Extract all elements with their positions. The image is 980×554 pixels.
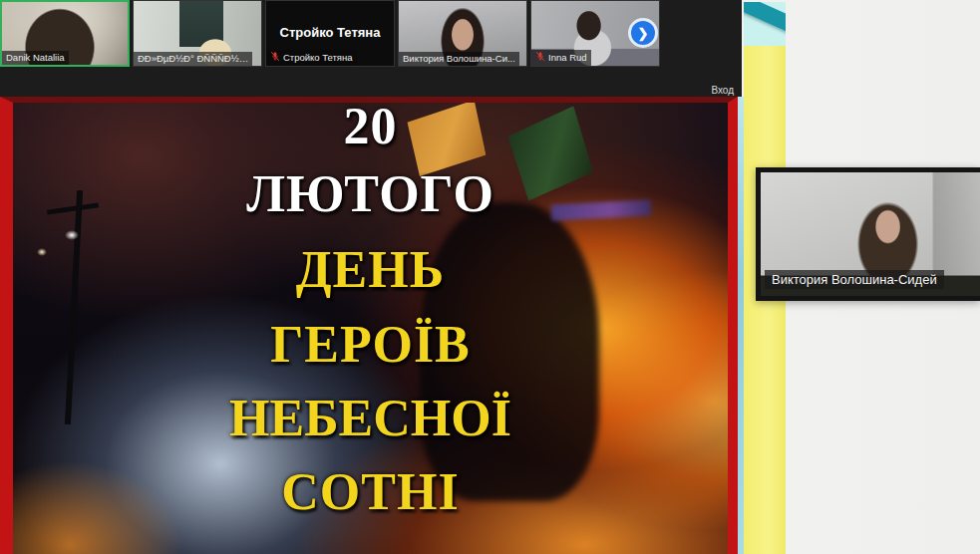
muted-mic-icon [535, 51, 545, 65]
slide-line-date: 20 [13, 97, 728, 155]
floating-video-viktoria[interactable]: Виктория Волошина-Сидей [756, 167, 980, 301]
participant-name: Стройко Тетяна [283, 52, 353, 64]
next-participants-button[interactable]: ❯ [631, 21, 655, 45]
slide-line-heroiv: ГЕРОЇВ [13, 315, 728, 374]
slide-line-month: ЛЮТОГО [13, 164, 728, 223]
muted-mic-icon [270, 51, 280, 65]
participant-name-badge: Виктория Волошина-Си... [399, 52, 519, 66]
participants-strip: Danik Nataliia ÐÐ»ÐµÐ½Ð° ÐÑÑÑÐ½… Стройко… [0, 0, 742, 97]
slide-line-sotni: СОТНІ [13, 462, 728, 521]
participant-name-badge: Danik Nataliia [2, 51, 69, 65]
video-tile-stroiko-tetiana[interactable]: Стройко Тетяна Стройко Тетяна [265, 0, 395, 67]
shared-screen-slide: 20 ЛЮТОГО ДЕНЬ ГЕРОЇВ НЕБЕСНОЇ СОТНІ [0, 97, 738, 554]
participant-display-name: Стройко Тетяна [266, 25, 394, 40]
teal-corner-decoration [744, 2, 786, 46]
chevron-right-icon: ❯ [638, 26, 649, 41]
video-tile-danik-nataliia[interactable]: Danik Nataliia [0, 0, 130, 67]
slide-line-nebesnoi: НЕБЕСНОЇ [13, 389, 728, 447]
meeting-window: Danik Nataliia ÐÐ»ÐµÐ½Ð° ÐÑÑÑÐ½… Стройко… [0, 0, 980, 554]
participant-name: Inna Rud [548, 52, 587, 64]
teal-ribbon [744, 2, 786, 40]
strip-corner-label: Вход [711, 85, 734, 96]
participant-name-badge: ÐÐ»ÐµÐ½Ð° ÐÑÑÑÐ½… [134, 52, 252, 66]
slide-title-block: 20 ЛЮТОГО ДЕНЬ ГЕРОЇВ НЕБЕСНОЇ СОТНІ [13, 103, 728, 554]
slide-line-den: ДЕНЬ [13, 240, 728, 299]
participant-name: Danik Nataliia [6, 52, 65, 64]
participant-name-badge: Стройко Тетяна [266, 50, 357, 66]
participant-name-badge: Inna Rud [531, 50, 591, 66]
participant-name: Виктория Волошина-Си... [403, 53, 515, 65]
participant-name-badge: Виктория Волошина-Сидей [765, 270, 944, 289]
participant-name: ÐÐ»ÐµÐ½Ð° ÐÑÑÑÐ½… [138, 53, 248, 65]
video-tile-viktoria[interactable]: Виктория Волошина-Си... [398, 0, 527, 67]
video-tile-olena[interactable]: ÐÐ»ÐµÐ½Ð° ÐÑÑÑÐ½… [133, 0, 262, 67]
